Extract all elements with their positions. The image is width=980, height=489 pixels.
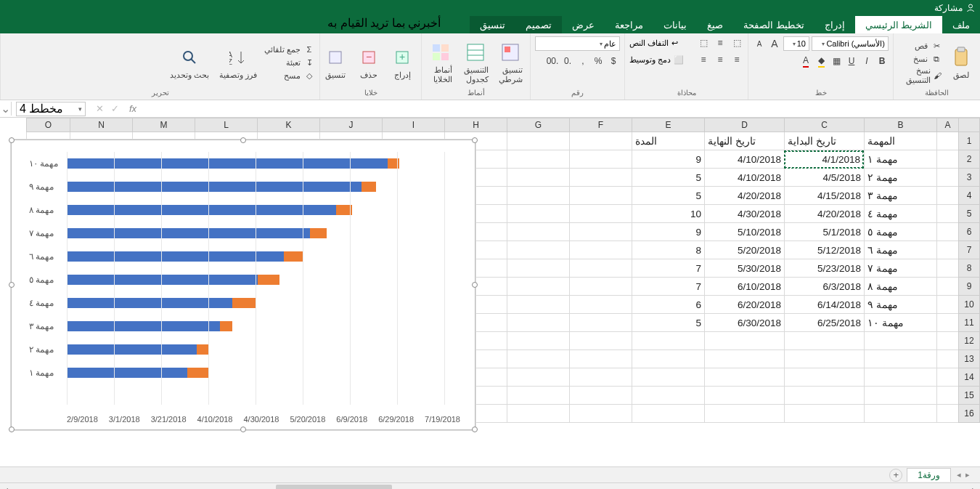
cell[interactable] [936,169,958,187]
cell[interactable]: 5/20/2018 [704,241,784,259]
cell[interactable] [507,314,569,332]
cell[interactable]: 6/30/2018 [704,314,784,332]
cell[interactable] [936,187,958,205]
cell[interactable] [936,314,958,332]
chart-bar-series2[interactable] [362,182,376,192]
chart-bar-series1[interactable] [67,368,187,378]
cell[interactable] [569,205,632,223]
cell[interactable] [936,332,958,350]
tab-insert[interactable]: إدراج [814,16,855,33]
cell[interactable] [569,259,632,278]
cell[interactable] [507,169,569,187]
chart-bar-series2[interactable] [258,275,279,285]
fill-color-button[interactable]: ◆ [814,54,828,68]
row-header-8[interactable]: 8 [958,259,980,278]
cell[interactable]: 5/23/2018 [784,259,864,278]
border-button[interactable]: ▦ [830,54,843,68]
chart-resize-handle[interactable] [472,137,478,143]
find-select-button[interactable]: بحث وتحديد [167,44,212,81]
cell[interactable] [507,205,569,223]
row-header-15[interactable]: 15 [958,387,980,405]
sort-filter-button[interactable]: AZفرز وتصفية [216,44,260,81]
format-painter-button[interactable]: 🖌نسخ التنسيق [898,66,942,85]
row-header-13[interactable]: 13 [958,350,980,368]
chart-bar-series1[interactable] [67,344,197,355]
comma-button[interactable]: , [576,54,589,68]
cell[interactable] [704,405,784,423]
cell[interactable] [569,169,632,187]
chart-resize-handle[interactable] [240,137,246,143]
fx-icon[interactable]: fx [125,103,141,114]
fill-button[interactable]: ↧تعبئة [264,57,315,68]
cell[interactable]: 5 [632,187,704,205]
sheet-tab-1[interactable]: ورقة1 [907,468,951,482]
chart-bar-series1[interactable] [67,251,284,262]
column-header-L[interactable]: L [195,118,257,132]
autosum-button[interactable]: Σجمع تلقائي [264,44,315,55]
cell[interactable] [784,387,864,405]
cell[interactable] [864,350,936,368]
tab-review[interactable]: مراجعة [605,16,653,33]
column-header-D[interactable]: D [704,118,784,132]
wrap-text-button[interactable]: ↩التفاف النص [629,39,678,48]
chart-bar-series1[interactable] [67,298,232,308]
conditional-formatting-button[interactable]: تنسيق شرطي [496,39,526,86]
cell[interactable] [704,368,784,387]
cell[interactable]: 5/10/2018 [704,223,784,241]
cell[interactable] [704,332,784,350]
scroll-thumb[interactable] [276,485,392,489]
cell[interactable] [936,350,958,368]
cell[interactable] [936,241,958,259]
cell[interactable]: 6 [632,296,704,314]
cell[interactable]: مهمة ٩ [864,296,936,314]
copy-button[interactable]: ⧉نسخ [898,53,942,65]
chart-bar-series1[interactable] [67,158,388,169]
row-header-7[interactable]: 7 [958,241,980,259]
cell[interactable]: 4/20/2018 [704,187,784,205]
column-header-K[interactable]: K [257,118,319,132]
cell[interactable] [507,150,569,169]
cell[interactable] [864,405,936,423]
cell[interactable]: 6/20/2018 [704,296,784,314]
cell[interactable]: مهمة ٧ [864,259,936,278]
chart-bar-series1[interactable] [67,182,362,192]
column-header-B[interactable]: B [864,118,936,132]
cell[interactable] [507,368,569,387]
insert-cells-button[interactable]: +إدراج [388,44,417,81]
column-header-O[interactable]: O [26,118,70,132]
column-header-F[interactable]: F [569,118,632,132]
bold-button[interactable]: B [875,54,889,68]
row-header-11[interactable]: 11 [958,314,980,332]
format-as-table-button[interactable]: التنسيق كجدول [460,39,491,86]
tab-chart-design[interactable]: تصميم [515,16,562,33]
column-header-I[interactable]: I [382,118,444,132]
font-color-button[interactable]: A [799,54,812,68]
cell[interactable]: 4/10/2018 [704,169,784,187]
format-cells-button[interactable]: تنسيق [321,44,350,81]
cell[interactable] [704,350,784,368]
cell[interactable]: مهمة ١ [864,150,936,169]
cell[interactable] [936,405,958,423]
cell[interactable] [507,223,569,241]
align-top-button[interactable]: ⬚ [730,36,743,49]
chart-resize-handle[interactable] [9,427,15,432]
scroll-right-button[interactable]: ▸ [968,483,980,489]
cell[interactable] [569,368,632,387]
cell[interactable]: 6/10/2018 [704,278,784,296]
select-all-corner[interactable] [958,118,980,132]
row-header-1[interactable]: 1 [958,132,980,150]
formula-input[interactable] [141,102,980,116]
align-middle-button[interactable]: ≡ [714,36,727,49]
cell[interactable] [569,278,632,296]
align-right-button[interactable]: ≡ [730,53,743,66]
cell[interactable] [936,368,958,387]
cell-styles-button[interactable]: أنماط الخلايا [426,39,455,86]
cell[interactable] [569,132,632,150]
align-left-button[interactable]: ≡ [697,53,710,66]
cell[interactable] [507,405,569,423]
decrease-font-button[interactable]: A [753,37,766,50]
chart-resize-handle[interactable] [472,282,478,288]
cell[interactable]: مهمة ٨ [864,278,936,296]
column-header-M[interactable]: M [132,118,195,132]
percent-button[interactable]: % [592,54,605,68]
